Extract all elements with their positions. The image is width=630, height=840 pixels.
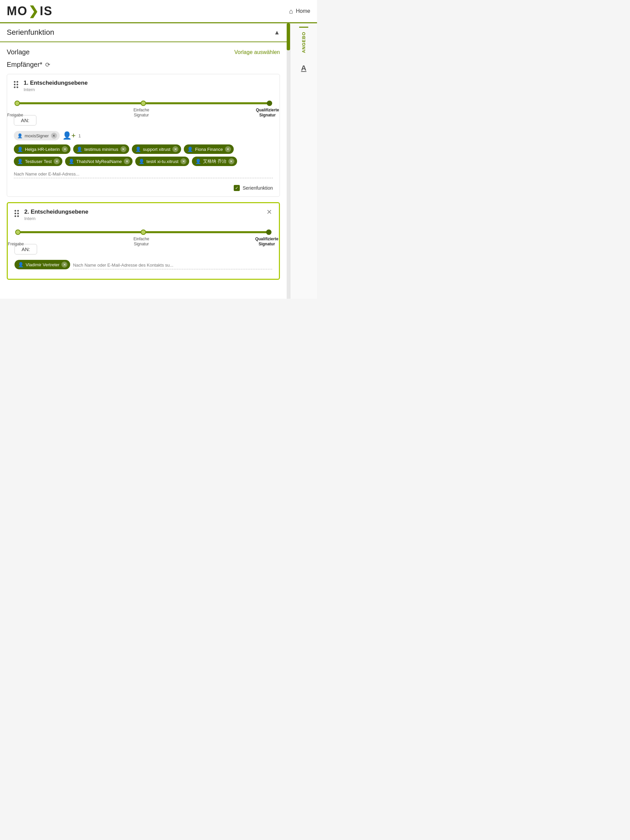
moxis-signer-remove-button[interactable]: ✕	[51, 133, 57, 139]
remove-vladimir-button[interactable]: ✕	[61, 262, 68, 268]
slider-track-1: Freigabe EinfacheSignatur QualifizierteS…	[17, 102, 269, 104]
recipients-area-2: 👤 Vladimir Vertreter ✕	[14, 260, 272, 269]
home-icon: ⌂	[289, 8, 293, 15]
vladimir-name: Vladimir Vertreter	[26, 262, 59, 267]
layout: Serienfunktion ▲ Vorlage Vorlage auswähl…	[0, 23, 317, 299]
header: MO ❯ IS ⌂ Home	[0, 0, 317, 23]
person-icon: 👤	[135, 147, 141, 152]
person-icon: 👤	[17, 147, 23, 152]
sidebar-tab-angebo[interactable]: ANGEBO	[299, 27, 308, 57]
list-item: 👤 ThatsNot MyRealName ✕	[65, 156, 132, 166]
slider-dot-freigabe-2[interactable]: Freigabe	[15, 229, 20, 235]
remove-recipient-button[interactable]: ✕	[54, 158, 60, 164]
slider-dot-qualifizierte-2[interactable]: QualifizierteSignatur	[266, 229, 271, 235]
person-icon: 👤	[68, 159, 74, 164]
checkbox-row: ✓ Serienfunktion	[14, 182, 273, 191]
card-close-button-2[interactable]: ✕	[266, 208, 272, 215]
remove-recipient-button[interactable]: ✕	[120, 146, 126, 152]
moxis-signer-label: moxisSigner	[25, 133, 49, 138]
list-item: 👤 support xitrust ✕	[132, 144, 181, 154]
drag-handle-1[interactable]	[14, 80, 18, 88]
person-icon: 👤	[187, 147, 193, 152]
remove-recipient-button[interactable]: ✕	[180, 158, 186, 164]
person-icon: 👤	[195, 159, 201, 164]
list-item: 👤 Fiona Finance ✕	[184, 144, 233, 154]
card-subtitle-1: Intern	[24, 87, 273, 92]
bottom-spacer	[0, 285, 287, 299]
add-count: 1	[78, 133, 80, 138]
vorlage-label: Vorlage	[7, 48, 30, 56]
recipient-name: testimus minimus	[84, 147, 118, 152]
list-item: 👤 testimus minimus ✕	[73, 144, 129, 154]
serienfunktion-title: Serienfunktion	[7, 28, 54, 37]
home-label[interactable]: Home	[296, 8, 310, 14]
recipients-area-1: 👤 moxisSigner ✕ 👤+ 1	[14, 131, 273, 141]
scroll-thumb	[287, 23, 290, 50]
card-header-2: 2. Entscheidungsebene Intern ✕	[14, 208, 272, 221]
card-title-block-2: 2. Entscheidungsebene Intern	[24, 208, 261, 221]
person-icon: 👤	[18, 262, 24, 267]
person-icon: 👤	[17, 159, 23, 164]
logo-mo: MO	[7, 4, 28, 18]
refresh-icon[interactable]: ⟳	[45, 61, 50, 68]
card-header-1: 1. Entscheidungsebene Intern	[14, 80, 273, 92]
header-right: ⌂ Home	[289, 8, 310, 15]
slider-2: Freigabe EinfacheSignatur QualifizierteS…	[14, 231, 272, 233]
recipient-name: 艾格纳 乔治	[203, 158, 226, 164]
logo-is: IS	[40, 4, 53, 18]
recipient-name: ThatsNot MyRealName	[76, 159, 122, 164]
recipient-name: Fiona Finance	[195, 147, 223, 152]
vorlage-row: Vorlage Vorlage auswählen	[0, 42, 287, 59]
remove-recipient-button[interactable]: ✕	[228, 158, 235, 164]
list-item: 👤 test4 xi-tu.xitrust ✕	[135, 156, 189, 166]
search-input-1[interactable]	[14, 171, 273, 177]
collapse-button[interactable]: ▲	[274, 29, 280, 36]
remove-recipient-button[interactable]: ✕	[172, 146, 178, 152]
slider-track-2: Freigabe EinfacheSignatur QualifizierteS…	[18, 231, 269, 233]
logo-arrow-icon: ❯	[28, 4, 39, 18]
slider-1: Freigabe EinfacheSignatur QualifizierteS…	[14, 102, 273, 104]
drag-handle-2[interactable]	[14, 208, 19, 217]
vorlage-link[interactable]: Vorlage auswählen	[235, 49, 280, 55]
main-content: Serienfunktion ▲ Vorlage Vorlage auswähl…	[0, 23, 287, 299]
add-person-button[interactable]: 👤+	[62, 131, 76, 140]
add-person-icon: 👤+	[62, 131, 76, 140]
recipient-name: Helga HR-Leiterin	[25, 147, 60, 152]
serienfunktion-header: Serienfunktion ▲	[0, 23, 287, 42]
search-input-area-2[interactable]	[73, 261, 272, 269]
slider-label-qualifizierte-2: QualifizierteSignatur	[255, 237, 279, 247]
recipient-name: support xitrust	[143, 147, 171, 152]
slider-dot-einfache-1[interactable]: EinfacheSignatur	[141, 101, 146, 106]
remove-recipient-button[interactable]: ✕	[225, 146, 231, 152]
slider-dot-freigabe-1[interactable]: Freigabe	[14, 101, 20, 106]
card-title-1: 1. Entscheidungsebene	[24, 80, 273, 87]
moxis-signer-person-icon: 👤	[17, 133, 23, 138]
empfaenger-label: Empfänger*	[7, 61, 43, 68]
list-item: 👤 Testiuser Test ✕	[14, 156, 62, 166]
serienfunktion-checkbox[interactable]: ✓	[234, 185, 240, 191]
slider-dot-qualifizierte-1[interactable]: QualifizierteSignatur	[267, 101, 272, 106]
decision-card-2: 2. Entscheidungsebene Intern ✕ Freigabe …	[7, 202, 280, 280]
card-title-block-1: 1. Entscheidungsebene Intern	[24, 80, 273, 92]
slider-label-freigabe-1: Freigabe	[7, 113, 23, 118]
remove-recipient-button[interactable]: ✕	[62, 146, 68, 152]
empfaenger-row: Empfänger* ⟳	[0, 59, 287, 74]
slider-label-einfache-2: EinfacheSignatur	[134, 237, 150, 247]
sidebar-right: ANGEBO A	[290, 23, 317, 299]
slider-label-freigabe-2: Freigabe	[8, 242, 24, 247]
serienfunktion-checkbox-label: Serienfunktion	[243, 185, 273, 191]
green-recipients-area-1: 👤 Helga HR-Leiterin ✕ 👤 testimus minimus…	[14, 144, 273, 178]
card-subtitle-2: Intern	[24, 216, 261, 221]
search-input-area-1[interactable]	[14, 170, 273, 178]
person-icon: 👤	[139, 159, 144, 164]
decision-card-1: 1. Entscheidungsebene Intern Freigabe Ei…	[7, 74, 280, 197]
person-icon: 👤	[77, 147, 82, 152]
remove-recipient-button[interactable]: ✕	[124, 158, 130, 164]
sidebar-letter: A	[301, 64, 307, 73]
search-input-2[interactable]	[73, 262, 272, 268]
slider-label-qualifizierte-1: QualifizierteSignatur	[256, 107, 279, 118]
recipient-name: test4 xi-tu.xitrust	[146, 159, 178, 164]
list-item: 👤 Helga HR-Leiterin ✕	[14, 144, 71, 154]
slider-dot-einfache-2[interactable]: EinfacheSignatur	[141, 229, 146, 235]
scrollbar[interactable]	[287, 23, 290, 299]
